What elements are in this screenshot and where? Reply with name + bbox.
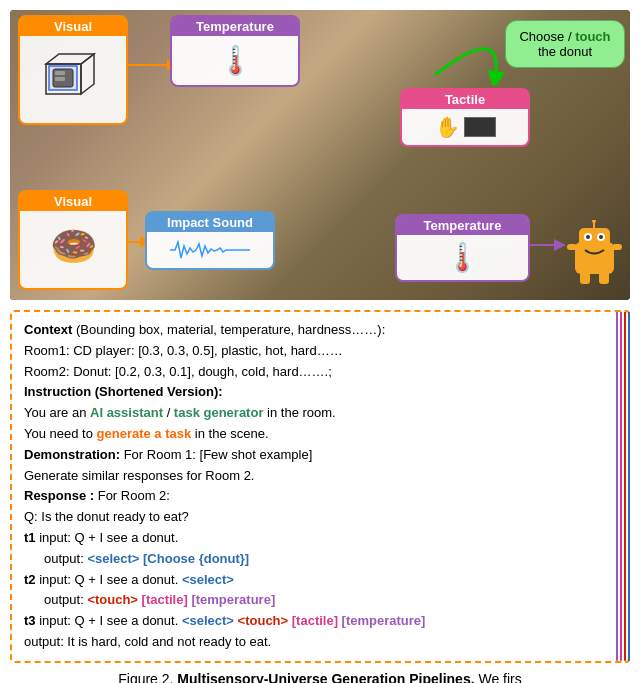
t3-input-line: t3 input: Q + I see a donut. <select> <t…	[24, 611, 616, 632]
temp1-label: Temperature	[172, 17, 298, 36]
touch-text: touch	[575, 29, 610, 44]
response-line: Response : For Room 2:	[24, 486, 616, 507]
demo2-line: Generate similar responses for Room 2.	[24, 466, 616, 487]
q-line: Q: Is the donut ready to eat?	[24, 507, 616, 528]
svg-rect-20	[599, 272, 609, 284]
svg-rect-19	[580, 272, 590, 284]
temp2-label: Temperature	[397, 216, 528, 235]
t2-output-pre: output:	[44, 592, 87, 607]
impact-content	[147, 232, 273, 268]
box-3d-icon	[41, 49, 106, 104]
robot-svg	[567, 220, 622, 285]
context-rest: (Bounding box, material, temperature, ha…	[72, 322, 385, 337]
t3-label: t3	[24, 613, 36, 628]
tactile-grid-icon: ░░	[464, 117, 496, 137]
text-wrapper: Context (Bounding box, material, tempera…	[10, 310, 630, 663]
thermometer-icon: 🌡️	[218, 44, 253, 77]
inst2-post: in the scene.	[191, 426, 268, 441]
text-section: Context (Bounding box, material, tempera…	[10, 310, 630, 663]
svg-rect-12	[579, 228, 610, 248]
temperature-box-1: Temperature 🌡️	[170, 15, 300, 87]
t2-label: t2	[24, 572, 36, 587]
room2-line: Room2: Donut: [0.2, 0.3, 0.1], dough, co…	[24, 362, 616, 383]
t1-select-tag: <select>	[87, 551, 139, 566]
t3-tactile-tag: [tactile]	[288, 613, 338, 628]
inst2-pre: You need to	[24, 426, 97, 441]
visual2-content: 🍩	[20, 211, 126, 281]
t1-output-line: output: <select> [Choose {donut}]	[24, 549, 616, 570]
svg-rect-6	[55, 71, 65, 75]
room1-line: Room1: CD player: [0.3, 0.3, 0.5], plast…	[24, 341, 616, 362]
inst1-post: in the room.	[263, 405, 335, 420]
temperature-box-2: Temperature 🌡️	[395, 214, 530, 282]
hand-icon: ✋	[435, 115, 460, 139]
inst1-mid: /	[163, 405, 174, 420]
instruction-bold: Instruction (Shortened Version):	[24, 384, 223, 399]
temp2-content: 🌡️	[397, 235, 528, 280]
caption-post: We firs	[475, 671, 522, 683]
t1-input-line: t1 input: Q + I see a donut.	[24, 528, 616, 549]
inst1-pre: You are an	[24, 405, 90, 420]
context-line: Context (Bounding box, material, tempera…	[24, 320, 616, 341]
choose-text: Choose /	[519, 29, 571, 44]
svg-point-14	[592, 220, 596, 223]
t1-input: input: Q + I see a donut.	[36, 530, 179, 545]
donut-icon: 🍩	[50, 224, 97, 268]
tactile-content: ✋ ░░	[402, 109, 528, 145]
t2-tactile-tag: [tactile]	[138, 592, 188, 607]
tactile-label: Tactile	[402, 90, 528, 109]
visual1-content	[20, 36, 126, 116]
svg-rect-7	[55, 77, 65, 81]
demo-rest: For Room 1: [Few shot example]	[120, 447, 312, 462]
robot-icon	[567, 220, 622, 280]
context-bold: Context	[24, 322, 72, 337]
t2-output-line: output: <touch> [tactile] [temperature]	[24, 590, 616, 611]
t2-input-pre: input: Q + I see a donut.	[36, 572, 182, 587]
svg-point-17	[586, 235, 590, 239]
temp1-content: 🌡️	[172, 36, 298, 85]
t3-output-line: output: It is hard, cold and not ready t…	[24, 632, 616, 653]
svg-rect-22	[612, 244, 622, 250]
visual-box-1: Visual	[18, 15, 128, 125]
response-bold: Response :	[24, 488, 94, 503]
t3-touch-tag: <touch>	[234, 613, 288, 628]
visual2-label: Visual	[20, 192, 126, 211]
curved-arrow	[425, 15, 505, 85]
svg-marker-2	[81, 54, 94, 94]
task-generator: task generator	[174, 405, 264, 420]
t1-output-pre: output:	[44, 551, 87, 566]
visual-box-2: Visual 🍩	[18, 190, 128, 290]
demo-bold: Demonstration:	[24, 447, 120, 462]
t3-input-pre: input: Q + I see a donut.	[36, 613, 182, 628]
caption-pre: Figure 2.	[118, 671, 177, 683]
svg-point-18	[599, 235, 603, 239]
t2-temperature-tag: [temperature]	[188, 592, 275, 607]
generate-task: generate a task	[97, 426, 192, 441]
t2-touch-tag: <touch>	[87, 592, 138, 607]
t3-select-tag: <select>	[182, 613, 234, 628]
instruction2-line: You need to generate a task in the scene…	[24, 424, 616, 445]
ai-assistant: AI assistant	[90, 405, 163, 420]
svg-rect-21	[567, 244, 577, 250]
t2-select-tag: <select>	[182, 572, 234, 587]
speech-bubble: Choose / touch the donut	[505, 20, 625, 68]
instruction-bold-line: Instruction (Shortened Version):	[24, 382, 616, 403]
caption-bold: Multisensory-Universe Generation Pipelin…	[177, 671, 474, 683]
thermometer2-icon: 🌡️	[445, 241, 480, 274]
impact-sound-box: Impact Sound	[145, 211, 275, 270]
demo-line: Demonstration: For Room 1: [Few shot exa…	[24, 445, 616, 466]
instruction1-line: You are an AI assistant / task generator…	[24, 403, 616, 424]
tactile-box: Tactile ✋ ░░	[400, 88, 530, 147]
diagram-image: Visual	[10, 10, 630, 300]
donut-text: the donut	[538, 44, 592, 59]
t3-temperature-tag: [temperature]	[338, 613, 425, 628]
t2-input-line: t2 input: Q + I see a donut. <select>	[24, 570, 616, 591]
figure-caption: Figure 2. Multisensory-Universe Generati…	[10, 671, 630, 683]
visual1-label: Visual	[20, 17, 126, 36]
impact-label: Impact Sound	[147, 213, 273, 232]
t1-choose: [Choose {donut}]	[139, 551, 249, 566]
waveform-icon	[170, 238, 250, 262]
response-rest: For Room 2:	[94, 488, 170, 503]
t1-label: t1	[24, 530, 36, 545]
